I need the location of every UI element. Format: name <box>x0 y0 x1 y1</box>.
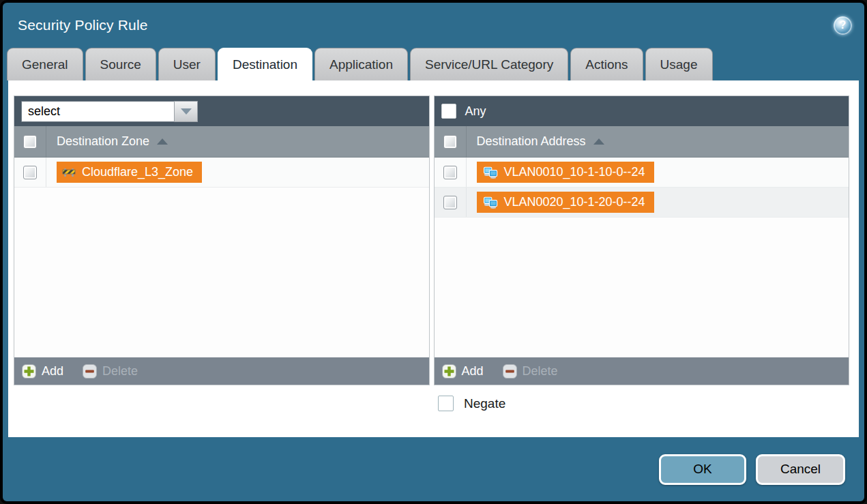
destination-zone-panel: Destination Zone <box>14 95 430 385</box>
zone-column-sort[interactable]: Destination Zone <box>57 134 168 149</box>
address-delete-button[interactable]: Delete <box>503 364 558 379</box>
tab[interactable]: Source <box>85 48 156 80</box>
help-icon[interactable]: ? <box>834 16 852 35</box>
tab-label: Destination <box>233 57 297 72</box>
row-checkbox-cell <box>14 158 46 187</box>
tab[interactable]: Application <box>314 48 408 80</box>
zone-add-label: Add <box>42 364 63 379</box>
zone-list: Cloudflare_L3_Zone <box>14 158 429 357</box>
zone-label: Cloudflare_L3_Zone <box>82 165 193 179</box>
dialog-title: Security Policy Rule <box>18 17 148 33</box>
row-checkbox-cell <box>435 188 467 217</box>
tab-bar: General Source User Destination Applicat… <box>3 48 864 80</box>
minus-icon <box>83 364 97 379</box>
zone-select-combo <box>21 101 198 122</box>
row-checkbox[interactable] <box>443 166 457 179</box>
zone-row: Cloudflare_L3_Zone <box>14 158 429 188</box>
address-chip[interactable]: VLAN0020_10-1-20-0--24 <box>477 192 654 213</box>
dialog-footer: OK Cancel <box>3 437 864 501</box>
tab[interactable]: Destination <box>218 48 312 80</box>
sort-asc-icon <box>157 138 168 145</box>
tab-label: Source <box>100 57 141 72</box>
zone-column-label: Destination Zone <box>57 134 149 149</box>
tab-label: Application <box>329 57 393 72</box>
zone-select-dropdown-button[interactable] <box>174 101 198 122</box>
zone-panel-header <box>14 96 429 126</box>
destination-address-panel: Any Destination Address <box>434 95 850 385</box>
zone-chip[interactable]: Cloudflare_L3_Zone <box>57 162 202 183</box>
plus-icon <box>22 364 36 379</box>
plus-icon <box>442 364 456 379</box>
zone-delete-button[interactable]: Delete <box>83 364 138 379</box>
chevron-down-icon <box>181 108 192 115</box>
address-add-button[interactable]: Add <box>442 364 484 379</box>
zone-selectall-cell <box>14 126 46 157</box>
row-checkbox[interactable] <box>23 166 37 179</box>
zone-delete-label: Delete <box>102 364 138 379</box>
address-selectall-checkbox[interactable] <box>443 135 457 149</box>
negate-row: Negate <box>438 396 849 411</box>
security-policy-rule-dialog: Security Policy Rule ? General Source Us… <box>0 0 867 504</box>
address-row: VLAN0020_10-1-20-0--24 <box>435 188 849 218</box>
tab-label: General <box>22 57 68 72</box>
sort-asc-icon <box>593 138 604 145</box>
address-add-label: Add <box>462 364 484 379</box>
address-panel-header: Any <box>435 96 849 126</box>
zone-column-header: Destination Zone <box>14 126 429 158</box>
tab[interactable]: Actions <box>570 48 643 80</box>
tab[interactable]: General <box>7 48 83 80</box>
address-delete-label: Delete <box>523 364 558 379</box>
network-hosts-icon <box>482 166 498 179</box>
address-row: VLAN0010_10-1-10-0--24 <box>435 158 849 188</box>
minus-icon <box>503 364 517 379</box>
destination-tab-content: Destination Zone <box>8 80 859 437</box>
help-glyph: ? <box>840 19 847 31</box>
zone-add-button[interactable]: Add <box>22 364 63 379</box>
any-checkbox[interactable] <box>441 104 456 119</box>
zone-select-input[interactable] <box>21 101 174 122</box>
cancel-button[interactable]: Cancel <box>756 454 845 485</box>
address-column-header: Destination Address <box>435 126 849 158</box>
any-label: Any <box>465 104 486 119</box>
address-list: VLAN0010_10-1-10-0--24 <box>435 158 849 357</box>
tab-label: Actions <box>585 57 628 72</box>
network-hosts-icon <box>482 196 498 209</box>
row-checkbox[interactable] <box>443 196 457 209</box>
negate-label: Negate <box>464 396 505 411</box>
zone-selectall-checkbox[interactable] <box>23 135 37 149</box>
address-label: VLAN0010_10-1-10-0--24 <box>504 165 645 179</box>
ok-button[interactable]: OK <box>659 454 746 485</box>
tab[interactable]: Service/URL Category <box>410 48 568 80</box>
tab-label: Service/URL Category <box>425 57 553 72</box>
address-column-sort[interactable]: Destination Address <box>477 134 604 149</box>
tab-label: Usage <box>660 57 698 72</box>
address-chip[interactable]: VLAN0010_10-1-10-0--24 <box>477 162 654 183</box>
tab[interactable]: Usage <box>645 48 713 80</box>
negate-checkbox[interactable] <box>438 396 454 411</box>
address-label: VLAN0020_10-1-20-0--24 <box>504 195 645 209</box>
address-selectall-cell <box>435 126 467 157</box>
zone-barrier-icon <box>62 167 76 177</box>
address-column-label: Destination Address <box>477 134 586 149</box>
title-bar: Security Policy Rule ? <box>3 3 864 48</box>
tab[interactable]: User <box>158 48 216 80</box>
zone-panel-footer: Add Delete <box>14 357 429 385</box>
tab-label: User <box>173 57 201 72</box>
row-checkbox-cell <box>435 158 467 187</box>
address-panel-footer: Add Delete <box>435 357 849 385</box>
